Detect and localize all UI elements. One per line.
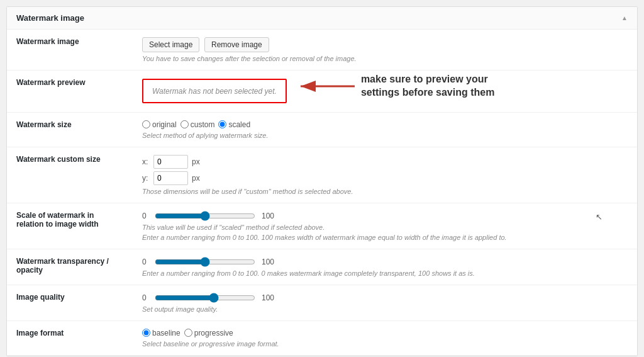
format-baseline-option[interactable]: baseline: [142, 329, 180, 337]
collapse-icon[interactable]: ▲: [621, 14, 628, 21]
settings-panel: Watermark image ▲ Watermark image Select…: [6, 6, 638, 356]
transparency-control: 0 100 Enter a number ranging from 0 to 1…: [133, 249, 637, 285]
scale-help1: This value will be used if "scaled" meth…: [142, 224, 628, 231]
watermark-image-help: You have to save changes after the selec…: [142, 55, 628, 62]
image-quality-control: 0 100 Set output image quality.: [133, 285, 637, 320]
section-title: Watermark image: [16, 13, 84, 23]
watermark-custom-size-help: Those dimensions will be used if "custom…: [142, 188, 628, 195]
watermark-custom-size-label: Watermark custom size: [7, 147, 133, 203]
size-original-option[interactable]: original: [142, 120, 177, 129]
watermark-custom-size-control: x: px y: px Those dimensions will be use…: [133, 147, 637, 203]
table-row: Watermark custom size x: px y: px: [7, 147, 637, 203]
quality-slider-row: 0 100: [142, 293, 628, 303]
image-format-control: baseline progressive Select baseline or …: [133, 320, 637, 355]
annotation-arrow-icon: [299, 74, 356, 99]
watermark-preview-label: Watermark preview: [7, 71, 133, 113]
quality-min-label: 0: [142, 293, 148, 302]
watermark-size-help: Select method of aplying watermark size.: [142, 132, 628, 139]
scale-min-label: 0: [142, 212, 148, 220]
size-scaled-option[interactable]: scaled: [218, 120, 250, 129]
table-row: Watermark size original custom scaled: [7, 112, 637, 147]
image-quality-label: Image quality: [7, 285, 133, 320]
size-custom-option[interactable]: custom: [180, 120, 215, 129]
table-row: Image quality 0 100 Set output image qua…: [7, 285, 637, 320]
format-progressive-option[interactable]: progressive: [184, 329, 233, 337]
transparency-label: Watermark transparency / opacity: [7, 249, 133, 285]
x-px-label: px: [192, 157, 200, 166]
watermark-image-label: Watermark image: [7, 30, 133, 71]
format-progressive-radio[interactable]: [184, 329, 192, 337]
size-x-input[interactable]: [153, 155, 188, 169]
transparency-min-label: 0: [142, 258, 148, 266]
watermark-size-radio-group: original custom scaled: [142, 120, 628, 129]
scale-slider[interactable]: [155, 211, 255, 221]
transparency-slider[interactable]: [155, 257, 255, 267]
scale-slider-row: 0 100: [142, 211, 628, 221]
size-custom-radio[interactable]: [180, 120, 189, 128]
scale-watermark-control: 0 100 This value will be used if "scaled…: [133, 203, 637, 249]
y-label: y:: [142, 174, 150, 183]
table-row: Watermark preview Watermak has not been …: [7, 71, 637, 113]
scale-watermark-label: Scale of watermark in relation to image …: [7, 203, 133, 249]
watermark-image-control: Select image Remove image You have to sa…: [133, 30, 637, 71]
transparency-slider-row: 0 100: [142, 257, 628, 267]
quality-slider[interactable]: [155, 293, 255, 303]
watermark-preview-control: Watermak has not been selected yet.: [133, 71, 637, 113]
watermark-size-label: Watermark size: [7, 112, 133, 147]
size-y-input[interactable]: [153, 171, 188, 185]
table-row: Watermark transparency / opacity 0 100 E…: [7, 249, 637, 285]
section-header: Watermark image ▲: [7, 7, 637, 30]
select-image-button[interactable]: Select image: [142, 37, 199, 52]
watermark-preview-box: Watermak has not been selected yet.: [142, 79, 287, 103]
watermark-image-buttons: Select image Remove image: [142, 37, 628, 52]
transparency-help: Enter a number ranging from 0 to 100. 0 …: [142, 269, 628, 277]
scale-max-label: 100: [262, 212, 274, 220]
annotation-text: make sure to preview your settings befor…: [361, 73, 499, 99]
format-baseline-radio[interactable]: [142, 329, 150, 337]
image-format-help: Select baseline or progressive image for…: [142, 340, 628, 348]
table-row: Scale of watermark in relation to image …: [7, 203, 637, 249]
cursor-indicator: ↖: [596, 212, 602, 222]
image-format-radio-group: baseline progressive: [142, 329, 628, 337]
x-label: x:: [142, 157, 150, 166]
transparency-max-label: 100: [262, 258, 274, 266]
size-inputs-group: x: px y: px: [142, 155, 628, 185]
size-scaled-radio[interactable]: [218, 120, 226, 128]
size-y-row: y: px: [142, 171, 628, 185]
table-row: Image format baseline progressive Select…: [7, 320, 637, 355]
table-row: Watermark image Select image Remove imag…: [7, 30, 637, 71]
remove-image-button[interactable]: Remove image: [204, 37, 269, 52]
watermark-size-control: original custom scaled Select method of …: [133, 112, 637, 147]
y-px-label: px: [192, 174, 200, 183]
size-x-row: x: px: [142, 155, 628, 169]
scale-help2: Enter a number ranging from 0 to 100. 10…: [142, 234, 628, 241]
quality-max-label: 100: [262, 293, 274, 302]
image-format-label: Image format: [7, 320, 133, 355]
quality-help: Set output image quality.: [142, 305, 628, 313]
settings-table: Watermark image Select image Remove imag…: [7, 30, 637, 356]
size-original-radio[interactable]: [142, 120, 150, 128]
watermark-preview-text: Watermak has not been selected yet.: [152, 87, 277, 96]
